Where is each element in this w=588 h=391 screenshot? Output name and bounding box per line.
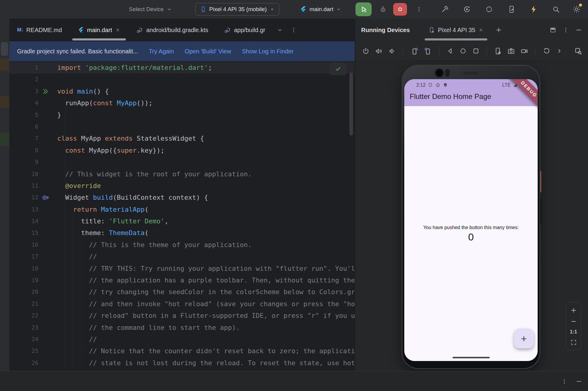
kebab-menu-icon[interactable] <box>561 378 568 385</box>
line-number[interactable]: 19 <box>9 274 38 286</box>
line-number[interactable]: 5 <box>9 109 38 121</box>
inspections-status-widget[interactable] <box>329 63 347 75</box>
tab-list-dropdown[interactable] <box>273 19 287 41</box>
run-gutter-icon[interactable] <box>42 88 49 95</box>
search-everywhere-button[interactable] <box>550 0 562 19</box>
add-device-button[interactable] <box>495 26 502 34</box>
code-line[interactable]: 3void main() { <box>9 85 355 97</box>
line-number[interactable]: 24 <box>9 333 38 345</box>
code-line[interactable]: 6 <box>9 121 355 133</box>
hide-panel-icon[interactable] <box>575 26 582 34</box>
line-number[interactable]: 13 <box>9 204 38 215</box>
code-line[interactable]: 13 return MaterialApp( <box>9 204 355 215</box>
line-number[interactable]: 9 <box>9 156 38 168</box>
code-line[interactable]: 21 // and then invoke "hot reload" (save… <box>9 298 355 310</box>
code-line[interactable]: 2 <box>9 73 355 85</box>
line-number[interactable]: 14 <box>9 215 38 227</box>
debug-button[interactable] <box>377 0 389 19</box>
line-number[interactable]: 3 <box>9 85 38 97</box>
close-icon[interactable] <box>478 27 484 33</box>
line-number[interactable]: 4 <box>9 97 38 109</box>
device-selector-dropdown[interactable]: Pixel 4 API 35 (mobile) <box>195 3 279 16</box>
ai-assistant-button[interactable] <box>528 0 540 19</box>
line-number[interactable]: 25 <box>9 345 38 357</box>
code-line[interactable]: 10 // This widget is the root of your ap… <box>9 168 355 180</box>
close-icon[interactable] <box>115 27 120 33</box>
code-line[interactable]: 24 // <box>9 333 355 345</box>
run-button[interactable] <box>355 2 372 16</box>
line-number[interactable]: 21 <box>9 298 38 310</box>
line-number[interactable]: 6 <box>9 121 38 133</box>
code-line[interactable]: 18 // TRY THIS: Try running your applica… <box>9 263 355 274</box>
screenshot-icon[interactable] <box>507 47 515 55</box>
layout-options-icon[interactable] <box>549 26 557 34</box>
code-line[interactable]: 26 // state is not lost during the reloa… <box>9 357 355 369</box>
line-number[interactable]: 12 <box>9 192 38 203</box>
tab-android-gradle[interactable]: android/build.gradle.kts <box>128 19 216 41</box>
code-line[interactable]: 22 // reload" button in a Flutter-suppor… <box>9 310 355 321</box>
run-configuration-dropdown[interactable]: main.dart <box>300 0 341 19</box>
line-number[interactable]: 11 <box>9 180 38 192</box>
android-back-icon[interactable] <box>446 47 454 55</box>
code-line[interactable]: 4 runApp(const MyApp()); <box>9 97 355 109</box>
code-line[interactable]: 25 // Notice that the counter didn't res… <box>9 345 355 357</box>
code-line[interactable]: 15 theme: ThemeData( <box>9 227 355 239</box>
run-more-actions-button[interactable] <box>413 0 425 19</box>
code-line[interactable]: 7class MyApp extends StatelessWidget { <box>9 133 355 144</box>
rotate-left-icon[interactable] <box>410 47 419 55</box>
stop-button[interactable] <box>393 3 407 16</box>
line-number[interactable]: 26 <box>9 357 38 369</box>
select-device-dropdown[interactable]: Select Device <box>129 0 172 19</box>
code-editor[interactable]: 1import 'package:flutter/material.dart';… <box>9 61 355 371</box>
code-line[interactable]: 8 const MyApp({super.key}); <box>9 145 355 156</box>
code-line[interactable]: 5} <box>9 109 355 121</box>
line-number[interactable]: 17 <box>9 251 38 262</box>
build-button[interactable] <box>439 0 451 19</box>
line-number[interactable]: 7 <box>9 133 38 144</box>
try-again-link[interactable]: Try Again <box>149 48 174 55</box>
tab-readme[interactable]: M↓ README.md <box>9 19 70 41</box>
settings-button[interactable] <box>571 0 583 19</box>
show-log-link[interactable]: Show Log in Finder <box>242 48 293 55</box>
power-button-icon[interactable] <box>362 47 370 55</box>
override-gutter-icon[interactable] <box>42 194 49 201</box>
zoom-reset-button[interactable]: 1:1 <box>570 329 577 335</box>
code-line[interactable]: 19 // the application has a purple toolb… <box>9 274 355 286</box>
reset-snapshot-icon[interactable] <box>542 47 551 55</box>
code-line[interactable]: 23 // the command line to start the app)… <box>9 322 355 333</box>
volume-up-icon[interactable] <box>375 47 383 55</box>
open-build-view-link[interactable]: Open 'Build' View <box>185 48 231 55</box>
line-number[interactable]: 15 <box>9 227 38 239</box>
tab-main-dart[interactable]: main.dart <box>70 19 128 41</box>
code-line[interactable]: 20 // try changing the seedColor in the … <box>9 286 355 298</box>
device-screen[interactable]: 2:12 LTE Flutter Demo Home Page DEBUG Yo <box>404 79 538 361</box>
line-number[interactable]: 2 <box>9 73 38 85</box>
code-line[interactable]: 11 @override <box>9 180 355 192</box>
rotate-right-icon[interactable] <box>424 47 432 55</box>
line-number[interactable]: 22 <box>9 310 38 321</box>
tab-app-gradle[interactable]: app/build.gr <box>216 19 273 41</box>
increment-fab[interactable]: + <box>514 329 534 348</box>
line-number[interactable]: 23 <box>9 322 38 333</box>
editor-options-menu[interactable] <box>287 19 301 41</box>
line-number[interactable]: 10 <box>9 168 38 180</box>
line-number[interactable]: 8 <box>9 145 38 156</box>
kebab-menu-icon[interactable] <box>563 27 569 33</box>
profiler-button[interactable] <box>461 0 473 19</box>
android-recents-icon[interactable] <box>472 47 480 55</box>
volume-down-icon[interactable] <box>388 47 396 55</box>
gesture-navigation-bar[interactable] <box>453 357 490 358</box>
device-manager-button[interactable] <box>506 0 518 19</box>
code-line[interactable]: 9 <box>9 156 355 168</box>
zoom-in-button[interactable] <box>570 307 577 314</box>
fit-to-screen-button[interactable] <box>570 339 577 346</box>
device-settings-icon[interactable] <box>494 47 502 55</box>
more-actions-chevron-icon[interactable] <box>556 47 563 55</box>
android-home-icon[interactable] <box>459 47 467 55</box>
line-number[interactable]: 20 <box>9 286 38 298</box>
code-line[interactable]: 12 Widget build(BuildContext context) { <box>9 192 355 203</box>
screen-record-icon[interactable] <box>520 47 528 55</box>
code-line[interactable]: 16 // This is the theme of your applicat… <box>9 239 355 251</box>
hide-panel-icon[interactable] <box>575 378 583 385</box>
device-tab-pixel4[interactable]: Pixel 4 API 35 <box>423 19 489 41</box>
